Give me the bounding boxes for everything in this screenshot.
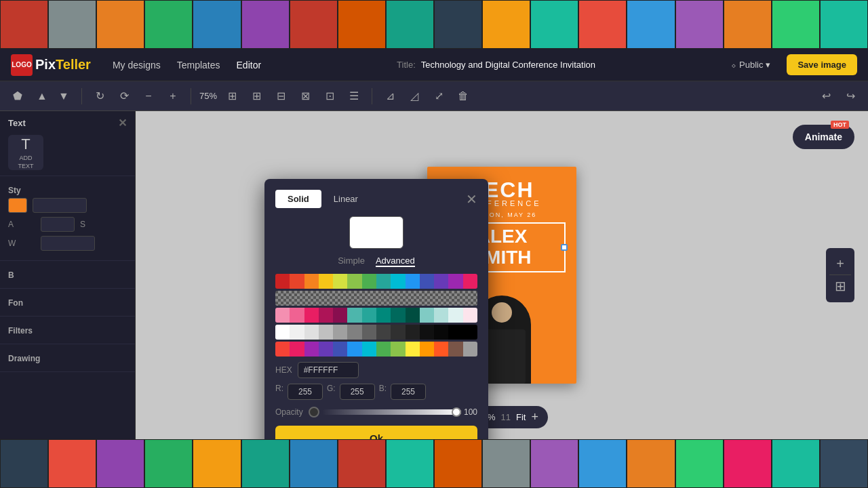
style-input[interactable] [33,198,87,213]
swatch-cell[interactable] [434,274,448,289]
align-top-icon[interactable]: ⊡ [320,87,339,106]
move-down-icon[interactable]: ▼ [54,87,73,106]
g-input[interactable] [340,384,375,400]
hex-input[interactable] [298,362,359,378]
minus-icon[interactable]: − [139,87,158,106]
add-text-button[interactable]: T ADD TEXT [8,135,43,170]
gray-cell[interactable] [391,325,405,340]
gray-cell[interactable] [376,325,391,340]
gray-cell[interactable] [290,325,304,340]
swatch-cell[interactable] [304,342,319,357]
gray-cell[interactable] [347,325,361,340]
opacity-toggle[interactable] [309,407,319,418]
add-layer-icon[interactable]: + [836,256,844,272]
swatch-cell[interactable] [406,308,420,323]
swatch-cell[interactable] [333,308,347,323]
swatch-cell[interactable] [463,342,477,357]
swatch-cell[interactable] [376,308,391,323]
gray-cell[interactable] [333,325,347,340]
swatch-cell[interactable] [290,274,304,289]
nav-my-designs[interactable]: My designs [113,60,161,70]
swatch-cell[interactable] [347,274,361,289]
swatch-cell[interactable] [434,308,448,323]
swatch-cell[interactable] [434,342,448,357]
swatch-cell[interactable] [391,308,405,323]
style-input-3[interactable] [41,236,95,251]
gray-cell[interactable] [463,325,477,340]
r-input[interactable] [288,384,323,400]
nav-templates[interactable]: Templates [177,60,220,70]
swatch-cell[interactable] [304,274,319,289]
rotate-icon[interactable]: ↻ [90,87,109,106]
swatch-cell[interactable] [391,342,405,357]
swatch-cell[interactable] [362,308,376,323]
visibility-dropdown[interactable]: ⬦ Public ▾ [731,60,770,70]
gray-cell[interactable] [448,325,462,340]
swatch-cell[interactable] [448,308,462,323]
expand-icon[interactable]: ⤢ [429,87,448,106]
zoom-plus-button[interactable]: + [531,410,538,424]
swatch-cell[interactable] [420,342,434,357]
flip-h-icon[interactable]: ⊿ [380,87,399,106]
animate-button[interactable]: HOT Animate [793,125,854,149]
swatch-cell[interactable] [463,308,477,323]
swatch-cell[interactable] [347,342,361,357]
color-swatch[interactable] [8,198,27,213]
close-icon[interactable]: ✕ [118,117,127,129]
swatch-cell[interactable] [275,274,290,289]
gray-cell[interactable] [420,325,434,340]
tab-linear[interactable]: Linear [321,190,370,208]
gray-cell[interactable] [319,325,333,340]
align-bottom-icon[interactable]: ☰ [344,87,363,106]
mode-simple[interactable]: Simple [338,256,365,267]
style-input-2[interactable] [41,217,75,232]
redo-icon[interactable]: ↪ [841,87,860,106]
tab-solid[interactable]: Solid [275,190,321,208]
add-element-icon[interactable]: ⊞ [835,278,846,294]
handle-mr[interactable] [561,244,568,251]
swatch-cell[interactable] [391,274,405,289]
swatch-cell[interactable] [304,308,319,323]
plus-icon[interactable]: + [163,87,182,106]
swatch-cell[interactable] [290,308,304,323]
delete-icon[interactable]: 🗑 [454,87,473,106]
undo-icon[interactable]: ↩ [816,87,835,106]
flip-v-icon[interactable]: ◿ [405,87,424,106]
opacity-thumb[interactable] [452,407,461,417]
title-value[interactable]: Technology and Digital Conference Invita… [421,60,595,70]
gray-cell[interactable] [406,325,420,340]
swatch-cell[interactable] [333,342,347,357]
align-center-icon[interactable]: ⊟ [271,87,290,106]
swatch-cell[interactable] [290,342,304,357]
swatch-cell[interactable] [275,308,290,323]
swatch-cell[interactable] [420,274,434,289]
swatch-cell[interactable] [275,342,290,357]
swatch-cell[interactable] [362,274,376,289]
swatch-cell[interactable] [362,342,376,357]
nav-editor[interactable]: Editor [237,60,262,70]
swatch-cell[interactable] [319,308,333,323]
ok-button[interactable]: Ok [275,426,477,439]
swatch-cell[interactable] [406,274,420,289]
opacity-slider[interactable] [322,409,461,415]
swatch-cell[interactable] [333,274,347,289]
gray-cell[interactable] [434,325,448,340]
swatch-cell[interactable] [420,308,434,323]
refresh-icon[interactable]: ⟳ [115,87,134,106]
shape-icon[interactable]: ⬟ [8,87,27,106]
move-up-icon[interactable]: ▲ [33,87,52,106]
grid-icon[interactable]: ⊞ [222,87,241,106]
gray-cell[interactable] [362,325,376,340]
swatch-cell[interactable] [319,274,333,289]
mode-advanced[interactable]: Advanced [376,256,415,267]
swatch-cell[interactable] [376,342,391,357]
b-input[interactable] [391,384,426,400]
swatch-cell[interactable] [319,342,333,357]
gray-cell[interactable] [275,325,290,340]
zoom-fit[interactable]: Fit [516,412,526,422]
swatch-cell[interactable] [347,308,361,323]
swatch-cell[interactable] [448,342,462,357]
swatch-cell[interactable] [463,274,477,289]
close-picker-icon[interactable]: ✕ [466,191,477,207]
swatch-cell[interactable] [376,274,391,289]
